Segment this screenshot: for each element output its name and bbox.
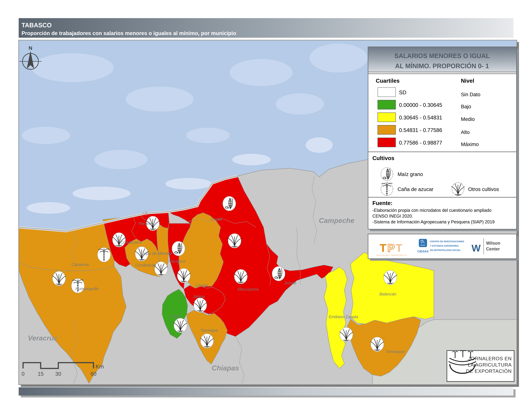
scale-tick-30: 30	[55, 371, 61, 377]
legend-swatch-sd	[378, 87, 396, 97]
ciesas-icon	[419, 239, 427, 247]
legend-range-alto: 0.54831 - 0.77586	[399, 127, 442, 133]
ciesas-line3: EN ANTROPOLOGÍA SOCIAL	[430, 249, 461, 252]
municipality-label-tenosique: Tenosique	[386, 349, 404, 354]
otros-cultivos-icon	[371, 337, 384, 352]
otros-cultivos-icon	[177, 268, 190, 283]
otros-cultivos-icon	[228, 234, 241, 248]
title-bar: TABASCO Proporción de trabajadores con s…	[19, 18, 513, 38]
legend-level-bajo: Bajo	[461, 104, 471, 109]
wilson-line2: Center	[486, 246, 500, 252]
cana-de-azucar-icon	[97, 248, 111, 262]
fuente-line-3: -Sistema de Información Agropecuaria y P…	[372, 219, 495, 224]
legend-swatch-maximo	[378, 138, 396, 147]
tpt-letter-t1: T	[380, 242, 386, 254]
legend-level-maximo: Máximo	[461, 141, 479, 147]
legend-header-line2: AL MÍNIMO. PROPORCIÓN 0- 1	[395, 62, 489, 69]
municipality-label-balancan: Balancán	[380, 292, 396, 296]
otros-cultivos-icon	[194, 298, 207, 312]
municipality-label-teapa: Teapa	[170, 314, 181, 318]
page-subtitle: Proporción de trabajadores con salarios …	[21, 30, 236, 36]
municipality-label-comalcalco: Comalcalco	[120, 240, 142, 244]
maiz-grano-icon	[223, 196, 236, 211]
scale-tick-60: 60	[91, 371, 96, 377]
state-label-campeche: Campeche	[319, 216, 354, 224]
municipality-label-nacajuca: Nacajuca	[169, 259, 185, 263]
otros-cultivos-icon	[154, 262, 168, 276]
tpt-tagline: EVALUACIÓN Y PROYECTOS S.C.	[377, 254, 408, 256]
legend-range-maximo: 0.77586 - 0.98877	[399, 140, 442, 146]
otros-cultivos-icon	[340, 327, 353, 342]
logos-box: T P T EVALUACIÓN Y PROYECTOS S.C. CIESAS…	[368, 234, 518, 261]
legend-cultivo-maiz-label: Maíz grano	[398, 171, 423, 177]
legend-nivel-title: Nivel	[461, 78, 474, 84]
municipality-label-cardenas: Cárdenas	[71, 262, 89, 267]
otros-cultivos-icon	[234, 269, 247, 284]
ciesas-line2: Y ESTUDIOS SUPERIORES	[430, 244, 459, 247]
map-canvas: Cárdenas Huimanguillo Comalcalco Paraíso…	[19, 40, 519, 387]
jornaleros-line1: JORNALEROS EN	[468, 356, 512, 361]
fuente-line-2: CENSO INEGI 2020.	[372, 214, 413, 219]
otros-cultivos-icon	[174, 318, 187, 333]
page-title: TABASCO	[21, 22, 52, 29]
maiz-grano-icon	[172, 241, 185, 256]
map-figure: TABASCO Proporción de trabajadores con s…	[0, 0, 532, 411]
legend-header-line1: SALARIOS MENORES O IGUAL	[394, 52, 490, 59]
state-label-veracruz: Veracruz	[28, 334, 57, 342]
ciesas-logo: CIESAS CENTRO DE INVESTIGACIONES Y ESTUD…	[417, 239, 464, 253]
legend-panel: SALARIOS MENORES O IGUAL AL MÍNIMO. PROP…	[368, 47, 518, 231]
legend-range-sd: SD	[399, 89, 406, 95]
legend-cultivo-cana-label: Caña de azucar	[398, 187, 433, 192]
otros-cultivos-icon	[52, 271, 66, 286]
municipality-label-huimanguillo: Huimanguillo	[75, 287, 99, 291]
municipality-label-jonuta: Jonuta	[284, 281, 296, 285]
legend-level-sd: Sin Dato	[461, 92, 480, 97]
scale-tick-0: 0	[22, 371, 25, 377]
legend-cultivos-title: Cultivos	[372, 155, 394, 161]
legend-range-medio: 0.30645 - 0.54831	[399, 115, 442, 121]
municipality-label-jalpa-de-mendez: Jalpa de Méndez	[141, 251, 172, 256]
compass-north-label: N	[29, 45, 32, 51]
otros-cultivos-icon	[113, 233, 125, 247]
legend-swatch-bajo	[378, 100, 396, 109]
wilson-line1: Wilson	[486, 241, 500, 246]
fuente-line-1: -Elaboración propia con microdatos del c…	[372, 208, 492, 213]
municipality-label-emiliano-zapata: Emiliano Zapata	[329, 315, 358, 319]
legend-range-bajo: 0.00000 - 0.30645	[399, 102, 442, 108]
legend-cuartiles-title: Cuartiles	[376, 78, 399, 84]
otros-cultivos-icon	[384, 270, 397, 285]
legend-cultivo-otros-label: Otros cultivos	[468, 187, 499, 192]
scale-tick-15: 15	[38, 371, 44, 377]
legend-level-alto: Alto	[461, 129, 470, 135]
state-label-chiapas: Chiapas	[212, 364, 239, 372]
jornaleros-line2: LA AGRICULTURA	[468, 362, 512, 368]
otros-cultivos-icon	[200, 334, 214, 348]
page: TABASCO Proporción de trabajadores con s…	[0, 0, 532, 411]
maiz-grano-icon	[272, 266, 285, 281]
legend-swatch-medio	[378, 113, 396, 122]
ciesas-line1: CENTRO DE INVESTIGACIONES	[430, 240, 464, 243]
legend-fuente-title: Fuente:	[372, 200, 392, 206]
municipality-label-centro: Centro	[196, 283, 208, 288]
municipality-label-centla: Centla	[210, 217, 222, 221]
jornaleros-box: JORNALEROS EN LA AGRICULTURA DE EXPORTAC…	[447, 350, 514, 382]
scale-unit-label: Km	[95, 363, 104, 370]
tpt-letter-p: P	[387, 242, 395, 254]
municipality-label-jalapa: Jalapa	[193, 294, 205, 299]
tpt-letter-t2: T	[396, 242, 402, 254]
municipality-label-paraiso: Paraíso	[139, 221, 152, 226]
municipality-label-cunduacan: Cunduacán	[135, 263, 156, 267]
legend-swatch-alto	[378, 125, 396, 134]
wilson-w-mark: W	[472, 243, 481, 253]
municipality-label-macuspana: Macuspana	[238, 287, 259, 291]
municipality-label-tacotalpa: Tacotalpa	[200, 328, 218, 333]
legend-level-medio: Medio	[461, 116, 475, 122]
ciesas-acronym: CIESAS	[417, 250, 428, 253]
bottom-strip	[19, 387, 513, 395]
jornaleros-line3: DE EXPORTACIÓN	[466, 368, 512, 374]
